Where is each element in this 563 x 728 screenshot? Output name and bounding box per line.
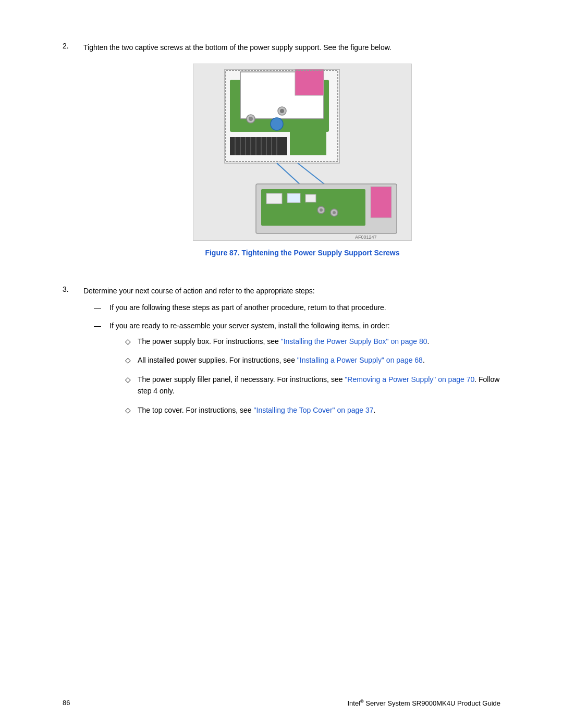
- diamond-4-text-after: .: [374, 406, 376, 414]
- dash-1-text: If you are following these steps as part…: [109, 303, 386, 312]
- figure-caption: Figure 87. Tightening the Power Supply S…: [205, 247, 399, 258]
- diamond-item-4: ◇ The top cover. For instructions, see "…: [125, 404, 500, 416]
- link-power-supply-box[interactable]: "Installing the Power Supply Box" on pag…: [281, 337, 427, 346]
- diamond-2-text-before: All installed power supplies. For instru…: [138, 356, 297, 364]
- diamond-4-text-before: The top cover. For instructions, see: [138, 406, 254, 414]
- figure-image: AF001247: [193, 64, 412, 241]
- dash-2-content: If you are ready to re-assemble your ser…: [109, 320, 500, 423]
- diamond-4-content: The top cover. For instructions, see "In…: [138, 404, 500, 416]
- step-3-number: 3.: [63, 285, 83, 429]
- diamond-2-content: All installed power supplies. For instru…: [138, 354, 500, 366]
- svg-rect-4: [295, 69, 324, 95]
- diamond-item-1: ◇ The power supply box. For instructions…: [125, 336, 500, 347]
- diamond-item-2: ◇ All installed power supplies. For inst…: [125, 354, 500, 366]
- svg-rect-26: [371, 187, 391, 218]
- svg-rect-28: [287, 193, 300, 203]
- svg-point-8: [280, 109, 284, 113]
- page-footer: 86 Intel® Server System SR9000MK4U Produ…: [63, 699, 500, 707]
- svg-point-20: [271, 118, 283, 130]
- footer-product-name: Intel® Server System SR9000MK4U Product …: [348, 699, 501, 707]
- figure-container: AF001247 Figure 87. Tightening the Power…: [104, 64, 500, 258]
- step-2-number: 2.: [63, 42, 83, 275]
- diamond-3-content: The power supply filler panel, if necess…: [138, 374, 500, 397]
- svg-rect-27: [266, 193, 282, 204]
- diamond-2-symbol: ◇: [125, 354, 138, 366]
- diamond-3-text-before: The power supply filler panel, if necess…: [138, 375, 345, 384]
- page: 2. Tighten the two captive screws at the…: [0, 0, 563, 728]
- diamond-item-3: ◇ The power supply filler panel, if nece…: [125, 374, 500, 397]
- svg-point-6: [249, 117, 253, 121]
- step-2: 2. Tighten the two captive screws at the…: [63, 42, 500, 275]
- step-3-content: Determine your next course of action and…: [83, 285, 500, 429]
- diamond-1-content: The power supply box. For instructions, …: [138, 336, 500, 347]
- link-removing-power-supply[interactable]: "Removing a Power Supply" on page 70: [345, 375, 474, 384]
- dash-1-content: If you are following these steps as part…: [109, 302, 500, 313]
- dash-item-1: — If you are following these steps as pa…: [94, 302, 500, 313]
- diamond-1-text-after: .: [427, 337, 429, 346]
- svg-rect-19: [290, 129, 326, 155]
- step-3: 3. Determine your next course of action …: [63, 285, 500, 429]
- diamond-3-symbol: ◇: [125, 374, 138, 385]
- diamond-4-symbol: ◇: [125, 404, 138, 416]
- dash-item-2: — If you are ready to re-assemble your s…: [94, 320, 500, 423]
- step-2-text: Tighten the two captive screws at the bo…: [83, 43, 391, 52]
- step-3-text: Determine your next course of action and…: [83, 287, 315, 295]
- svg-point-33: [333, 211, 336, 214]
- link-installing-top-cover[interactable]: "Installing the Top Cover" on page 37: [254, 406, 374, 414]
- diamond-2-text-after: .: [423, 356, 425, 364]
- diamond-list: ◇ The power supply box. For instructions…: [125, 336, 500, 416]
- dash-2-text: If you are ready to re-assemble your ser…: [109, 322, 390, 330]
- link-installing-power-supply[interactable]: "Installing a Power Supply" on page 68: [297, 356, 423, 364]
- footer-page-number: 86: [63, 699, 70, 707]
- svg-text:AF001247: AF001247: [355, 235, 377, 240]
- svg-rect-29: [305, 194, 316, 202]
- svg-point-31: [320, 208, 323, 212]
- svg-rect-9: [230, 137, 287, 155]
- step-2-content: Tighten the two captive screws at the bo…: [83, 42, 500, 275]
- dash-1-symbol: —: [94, 302, 109, 313]
- diamond-1-text-before: The power supply box. For instructions, …: [138, 337, 281, 346]
- diamond-1-symbol: ◇: [125, 336, 138, 347]
- dash-2-symbol: —: [94, 320, 109, 331]
- sub-steps: — If you are following these steps as pa…: [94, 302, 500, 423]
